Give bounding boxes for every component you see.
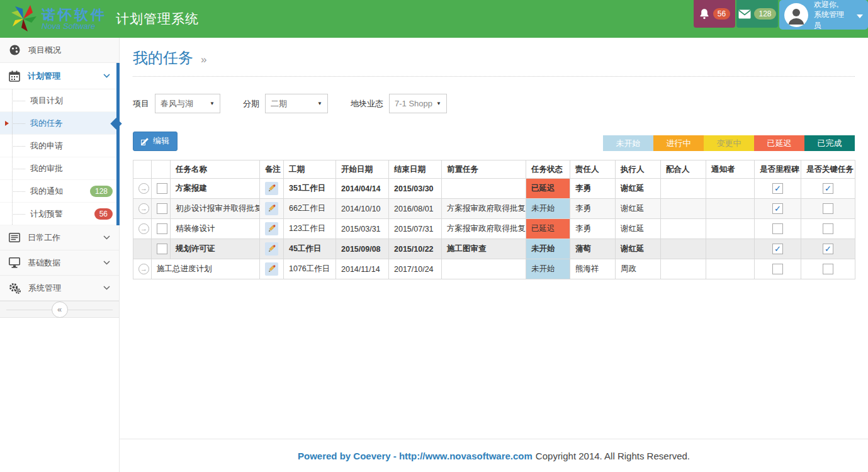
chevron-down-icon — [103, 74, 110, 78]
expand-row-icon[interactable]: → — [138, 203, 149, 214]
user-menu-button[interactable]: 欢迎你, 系统管理员 — [779, 0, 868, 30]
status-cell: 未开始 — [526, 239, 570, 259]
key-task-checkbox[interactable]: ✓ — [823, 183, 833, 194]
project-select[interactable]: 春风与湖 ▼ — [155, 94, 220, 113]
table-row: ✓ 规划许可证 45工作日 2015/09/08 2015/10/22 施工图审… — [133, 239, 855, 259]
key-task-checkbox[interactable]: ✓ — [823, 223, 833, 234]
copyright-text: Copyright 2014. All Rights Reserved. — [536, 451, 690, 461]
sidebar-item-my-notices[interactable]: 我的通知 128 — [0, 180, 119, 203]
col-notifier: 通知者 — [706, 160, 755, 179]
key-task-checkbox[interactable]: ✓ — [823, 203, 833, 214]
chevron-down-icon — [103, 261, 110, 265]
row-select-checkbox[interactable]: ✓ — [157, 223, 167, 234]
page-title: 我的任务 — [133, 48, 193, 68]
table-row: → ✓ 初步设计报审并取得批复 662工作日 2014/10/10 2016/0… — [133, 199, 855, 219]
status-cell: 未开始 — [526, 199, 570, 219]
col-end-date: 结束日期 — [389, 160, 442, 179]
sidebar-group-base-data[interactable]: 基础数据 — [0, 250, 119, 276]
powered-by-link[interactable]: Powered by Coevery - http://www.novasoft… — [298, 451, 533, 461]
parcel-select[interactable]: 7-1 Shopp ▼ — [389, 94, 447, 113]
col-milestone: 是否里程碑 — [755, 160, 801, 179]
col-duration: 工期 — [284, 160, 336, 179]
messages-button[interactable]: 128 — [736, 0, 778, 28]
sidebar-item-my-tasks[interactable]: 我的任务 — [0, 112, 119, 135]
list-icon — [9, 233, 20, 242]
plan-submenu: 项目计划 我的任务 我的申请 我的审批 我的通知 128 计划预警 56 — [0, 89, 119, 225]
milestone-checkbox[interactable]: ✓ — [772, 244, 783, 254]
row-select-checkbox[interactable]: ✓ — [157, 203, 167, 214]
milestone-checkbox[interactable]: ✓ — [772, 203, 783, 214]
sidebar-group-system[interactable]: 系统管理 — [0, 276, 119, 301]
col-status: 任务状态 — [526, 160, 570, 179]
select-caret-icon: ▼ — [436, 101, 441, 106]
brand-name-en: Nova Software — [42, 22, 107, 31]
table-header-row: 任务名称 备注 工期 开始日期 结束日期 前置任务 任务状态 责任人 执行人 配… — [133, 160, 855, 179]
col-owner: 责任人 — [570, 160, 616, 179]
status-cell: 已延迟 — [526, 179, 570, 199]
phase-filter-label: 分期 — [243, 98, 259, 110]
user-avatar — [784, 3, 808, 27]
note-edit-icon[interactable] — [265, 222, 278, 235]
edit-pencil-icon — [141, 137, 149, 145]
sidebar-group-label: 计划管理 — [28, 70, 60, 82]
sidebar-item-project-plan[interactable]: 项目计划 — [0, 89, 119, 112]
logo-star-icon — [9, 4, 38, 34]
milestone-checkbox[interactable]: ✓ — [772, 264, 783, 274]
app-title: 计划管理系统 — [116, 10, 199, 28]
note-edit-icon[interactable] — [265, 202, 278, 215]
row-select-checkbox[interactable]: ✓ — [157, 244, 167, 254]
legend-in-progress: 进行中 — [653, 135, 704, 151]
table-row: → ✓ 精装修设计 123工作日 2015/03/31 2015/07/31 方… — [133, 219, 855, 239]
col-predecessor: 前置任务 — [442, 160, 526, 179]
expand-row-icon[interactable]: → — [138, 183, 149, 194]
col-note: 备注 — [260, 160, 284, 179]
chevron-down-icon — [103, 286, 110, 290]
tasks-table: 任务名称 备注 工期 开始日期 结束日期 前置任务 任务状态 责任人 执行人 配… — [133, 160, 855, 279]
chevron-down-icon — [103, 235, 110, 240]
alerts-count-badge: 56 — [94, 208, 113, 220]
milestone-checkbox[interactable]: ✓ — [772, 223, 783, 234]
select-caret-icon: ▼ — [317, 101, 322, 106]
row-select-checkbox[interactable]: ✓ — [157, 183, 167, 194]
project-filter-label: 项目 — [133, 98, 149, 110]
calendar-icon — [9, 70, 20, 82]
user-avatar-icon — [787, 6, 806, 25]
sidebar-item-overview[interactable]: 项目概况 — [0, 38, 119, 63]
sidebar-group-plan[interactable]: 计划管理 — [0, 63, 119, 89]
key-task-checkbox[interactable]: ✓ — [823, 244, 833, 254]
task-name-cell: 精装修设计 — [171, 219, 260, 239]
col-executor: 执行人 — [616, 160, 661, 179]
expand-row-icon[interactable]: → — [138, 264, 149, 274]
note-edit-icon[interactable] — [265, 262, 278, 276]
key-task-checkbox[interactable]: ✓ — [823, 264, 833, 274]
expand-row-icon[interactable]: → — [138, 223, 149, 234]
sidebar-item-label: 项目概况 — [28, 45, 61, 56]
milestone-checkbox[interactable]: ✓ — [772, 183, 783, 194]
gears-icon — [9, 283, 21, 294]
col-key-task: 是否关键任务 — [801, 160, 855, 179]
toolbar: 编辑 未开始 进行中 变更中 已延迟 已完成 — [133, 132, 855, 151]
parcel-filter-label: 地块业态 — [351, 98, 383, 110]
note-edit-icon[interactable] — [265, 242, 278, 256]
sidebar-item-my-approvals[interactable]: 我的审批 — [0, 157, 119, 180]
note-edit-icon[interactable] — [265, 182, 278, 195]
user-caret-down-icon — [857, 14, 863, 18]
sidebar-item-my-requests[interactable]: 我的申请 — [0, 135, 119, 157]
sidebar-item-plan-alerts[interactable]: 计划预警 56 — [0, 203, 119, 225]
status-cell: 未开始 — [526, 259, 570, 279]
col-assistant: 配合人 — [661, 160, 706, 179]
sidebar-group-daily-work[interactable]: 日常工作 — [0, 225, 119, 250]
notifications-button[interactable]: 56 — [694, 0, 735, 28]
sidebar-collapse-row: « — [0, 301, 119, 318]
title-divider — [133, 76, 855, 77]
legend-completed: 已完成 — [804, 135, 855, 151]
active-marker-icon — [5, 121, 9, 126]
legend-not-started: 未开始 — [603, 135, 653, 151]
collapse-sidebar-icon[interactable]: « — [52, 301, 68, 318]
select-caret-icon: ▼ — [210, 101, 215, 106]
sidebar: 项目概况 计划管理 项目计划 我的任务 我的申请 我的审批 — [0, 38, 120, 472]
edit-button[interactable]: 编辑 — [133, 132, 178, 151]
phase-select[interactable]: 二期 ▼ — [265, 94, 328, 113]
task-name-cell: 方案报建 — [171, 179, 260, 199]
brand-logo: 诺怀软件 Nova Software — [0, 4, 107, 34]
